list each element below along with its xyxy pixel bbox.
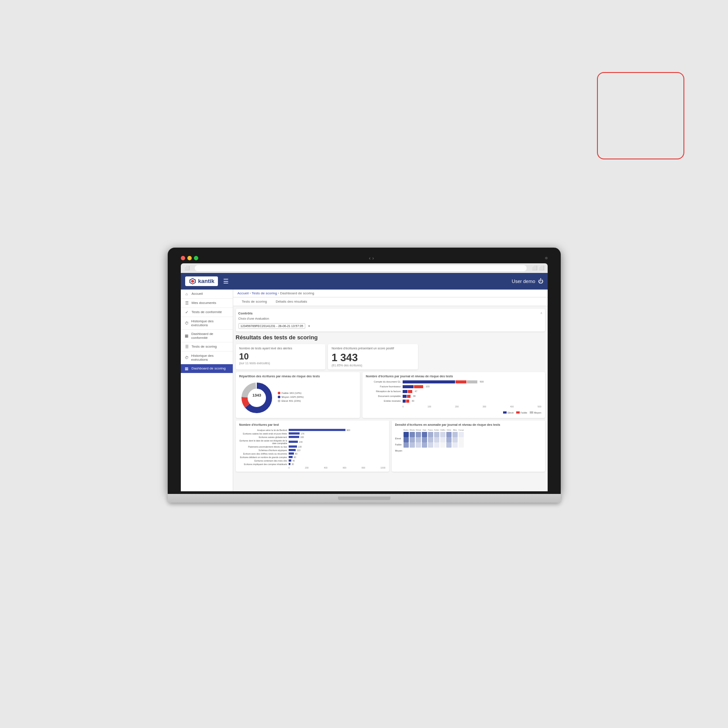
- hbar-label-2: Réception de la facture: [366, 390, 401, 393]
- bar2-row-9: Ecritures impliquant des comptes inhabit…: [239, 463, 386, 466]
- hc-1-6: [440, 437, 445, 442]
- stats-row: Nombre de tests ayant levé des alertes 1…: [236, 344, 545, 369]
- heatmap-row-2: [404, 442, 464, 448]
- bar2-axis: 0 200 400 600 800 1000: [289, 466, 386, 469]
- dot-eleve: [278, 400, 280, 402]
- hbar-val-1: 103: [426, 385, 430, 388]
- tab-details[interactable]: Détails des résultats: [271, 297, 311, 306]
- page-container: ‹ › ⬜ ⬜ ⬜: [0, 0, 728, 728]
- check-icon: ✓: [184, 310, 190, 314]
- grid-icon: ▦: [184, 334, 190, 338]
- hcl-6: Chiffres: [440, 429, 445, 431]
- sidebar-item-dashboard-conformite[interactable]: ▦ Dashboard de conformité: [181, 330, 233, 342]
- controls-title: Contrôls: [238, 311, 253, 315]
- window-icon[interactable]: ⬜: [184, 266, 190, 270]
- bar2-row-8: Ecritures contenant des mots clés 40: [239, 459, 386, 462]
- hbar-seg-eleve-3: [403, 395, 407, 398]
- hc-0-0: [404, 432, 409, 437]
- power-icon[interactable]: ⏻: [538, 278, 543, 284]
- stat2-sub: (61.85% des écritures): [331, 364, 414, 367]
- breadcrumb: Accueil › Tests de scoring › Dashboard d…: [233, 290, 548, 297]
- tl-red[interactable]: [181, 256, 185, 260]
- sidebar-item-historique2[interactable]: ⏱ Historique des exécutions: [181, 352, 233, 364]
- bar2-bar-0: [289, 429, 345, 431]
- hc-0-9: [459, 432, 464, 437]
- legend-color-moyen2: [530, 411, 533, 414]
- bar2-label-5: Schémas d'écriture atypiques: [239, 449, 287, 452]
- hc-0-1: [410, 432, 415, 437]
- bar2-label-7: Ecritures débitant un nombre de grands c…: [239, 456, 287, 459]
- tl-yellow[interactable]: [187, 256, 192, 260]
- hcl-9: Comptes: [459, 429, 464, 431]
- bar2-label-4: Paiements anormalement élevés ou bas: [239, 445, 287, 448]
- heatmap-rl-2: Moyen: [395, 448, 403, 453]
- sidebar-item-historique1[interactable]: ⏱ Historique des exécutions: [181, 317, 233, 330]
- logo-icon: [189, 277, 197, 285]
- camera-bar: ‹ ›: [181, 255, 548, 261]
- hbar-container: Compte du document GL 500: [366, 380, 542, 414]
- laptop-hinge: [338, 497, 390, 500]
- hamburger-icon[interactable]: ☰: [223, 278, 229, 285]
- tabs-icon[interactable]: ⬜: [539, 266, 544, 270]
- bar2-row-1: Ecritures saisies les week-ends et jours…: [239, 432, 386, 435]
- stat1-value: 10: [239, 352, 322, 362]
- tl-green[interactable]: [194, 256, 198, 260]
- home-icon: ⌂: [184, 292, 190, 296]
- hbar-seg-moyen-0: [467, 380, 477, 383]
- charts-row-1: Répartition des écritures par niveau de …: [236, 372, 545, 418]
- screen-bezel: ‹ › ⬜ ⬜ ⬜: [168, 248, 561, 494]
- sidebar-item-conformite[interactable]: ✓ Tests de conformité: [181, 308, 233, 317]
- hc-1-0: [404, 437, 409, 442]
- red-highlight-box: [597, 72, 684, 159]
- hbar-val-3: 38: [413, 395, 416, 397]
- user-label: User demo: [512, 279, 535, 284]
- sidebar-item-scoring[interactable]: ☰ Tests de scoring: [181, 342, 233, 352]
- sidebar-item-accueil[interactable]: ⌂ Accueil: [181, 290, 233, 299]
- bar2-label-2: Ecritures saisies globalement: [239, 436, 287, 438]
- share-icon[interactable]: ⬜: [532, 266, 537, 270]
- hc-0-4: [428, 432, 433, 437]
- donut-chart-card: Répartition des écritures par niveau de …: [236, 372, 360, 418]
- bar2-bar-5: [289, 449, 296, 451]
- hc-1-8: [452, 437, 458, 442]
- clock2-icon: ⏱: [184, 355, 189, 360]
- bar2-row-7: Ecritures débitant un nombre de grands c…: [239, 456, 386, 459]
- nav-arrows: ‹ ›: [369, 255, 374, 261]
- hcl-3: Date: [422, 429, 427, 431]
- heatmap-rl-1: Faible: [395, 442, 403, 447]
- hc-0-8: [452, 432, 458, 437]
- sidebar-label-dashboard-scoring: Dashboard de scoring: [192, 366, 226, 370]
- sidebar-label-accueil: Accueil: [192, 292, 203, 296]
- address-bar[interactable]: [195, 265, 527, 271]
- hc-1-4: [428, 437, 433, 442]
- hc-1-7: [446, 437, 452, 442]
- sidebar-item-dashboard-scoring[interactable]: ▦ Dashboard de scoring: [181, 364, 233, 373]
- tab-tests-scoring[interactable]: Tests de scoring: [238, 297, 272, 306]
- hc-0-2: [416, 432, 421, 437]
- charts-row-2: Nombre d'écritures par test Analyse selo…: [236, 421, 545, 472]
- hc-2-2: [416, 442, 421, 448]
- hcl-0: Benford: [404, 429, 409, 431]
- hbar-legend: Elevé Faible: [366, 411, 542, 414]
- hbar-seg-eleve-4: [403, 400, 406, 403]
- sidebar-item-documents[interactable]: ☰ Mes documents: [181, 299, 233, 308]
- legend-moyen2: Moyen: [530, 411, 542, 414]
- bar2-val-3: 144: [299, 441, 303, 443]
- eval-value[interactable]: 123456789FEC20141231 - 28-06-21 13:57:35: [238, 323, 306, 329]
- breadcrumb-accueil[interactable]: Accueil: [238, 291, 249, 295]
- collapse-button[interactable]: ∧: [540, 311, 542, 315]
- svg-text:1343: 1343: [252, 393, 261, 397]
- hc-1-2: [416, 437, 421, 442]
- screen-content: kantik ☰ User demo ⏻ ⌂ Accueil: [181, 273, 548, 491]
- hbar-bars-4: [403, 400, 409, 403]
- stat1-label: Nombre de tests ayant levé des alertes: [239, 347, 322, 350]
- bar2-bar-3: [289, 441, 298, 443]
- dropdown-icon[interactable]: ▾: [308, 324, 310, 328]
- hbar-bars-3: [403, 395, 411, 398]
- hbar-label-4: Entrée inversée: [366, 400, 401, 402]
- legend-eleve: Elevé 401 (23%): [278, 400, 304, 402]
- hcl-7: Débit: [446, 429, 452, 431]
- breadcrumb-scoring[interactable]: Tests de scoring: [252, 291, 277, 295]
- bar2-label-3: Ecritures dont le date de saisie est élo…: [239, 439, 287, 445]
- eval-label: Choix d'une évaluation: [238, 317, 269, 320]
